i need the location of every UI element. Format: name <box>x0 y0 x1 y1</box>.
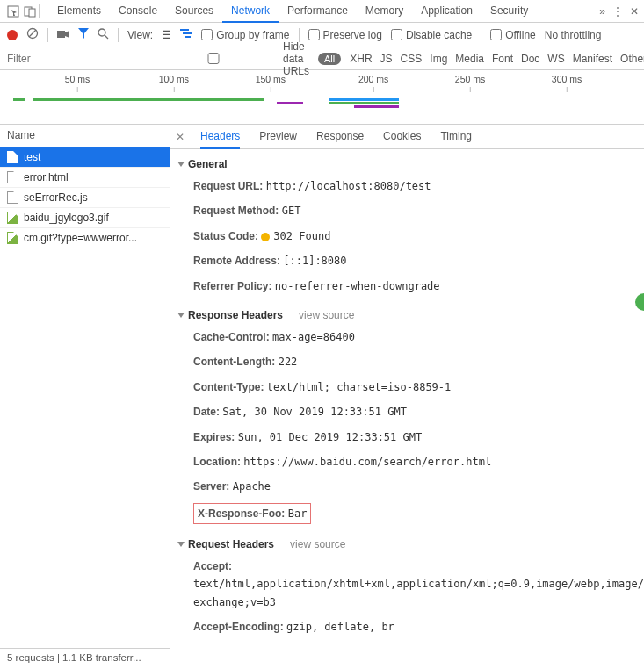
filter-type-css[interactable]: CSS <box>401 53 423 65</box>
preserve-log-checkbox[interactable]: Preserve log <box>308 29 382 41</box>
header-row: Server: Apache <box>177 474 644 499</box>
search-icon[interactable] <box>98 28 109 42</box>
tab-sources[interactable]: Sources <box>166 0 222 23</box>
header-row: Accept-Language: zh-CN,zh;q=0.9 <box>177 640 644 646</box>
svg-line-4 <box>29 30 36 37</box>
detail-tab-preview[interactable]: Preview <box>259 125 297 149</box>
header-row: Accept: text/html,application/xhtml+xml,… <box>177 554 644 615</box>
tab-console[interactable]: Console <box>110 0 166 23</box>
header-row: Request URL: http://localhost:8080/test <box>177 174 644 198</box>
header-row: Content-Length: 222 <box>177 349 644 374</box>
filter-type-font[interactable]: Font <box>492 53 513 65</box>
section-header-response[interactable]: Response Headersview source <box>177 306 644 325</box>
image-file-icon <box>7 212 18 224</box>
timeline[interactable]: 50 ms100 ms150 ms200 ms250 ms300 ms <box>0 70 644 125</box>
filter-type-img[interactable]: Img <box>430 53 447 65</box>
document-file-icon <box>7 191 18 204</box>
filter-type-ws[interactable]: WS <box>547 53 564 65</box>
tick: 50 ms <box>65 74 90 84</box>
timeline-bar <box>329 98 400 101</box>
filter-type-doc[interactable]: Doc <box>521 53 539 65</box>
close-icon[interactable]: ✕ <box>630 5 639 18</box>
tab-elements[interactable]: Elements <box>48 0 110 23</box>
filter-input[interactable] <box>7 53 139 65</box>
header-row: Request Method: GET <box>177 198 644 223</box>
header-row: Referrer Policy: no-referrer-when-downgr… <box>177 274 644 299</box>
camera-icon[interactable] <box>57 29 69 41</box>
tick: 300 ms <box>552 74 582 84</box>
request-row[interactable]: error.html <box>0 168 170 188</box>
name-column-header[interactable]: Name <box>0 125 170 147</box>
request-row[interactable]: test <box>0 147 170 168</box>
image-file-icon <box>7 232 18 244</box>
disable-cache-checkbox[interactable]: Disable cache <box>391 29 472 41</box>
svg-point-6 <box>98 29 105 36</box>
header-row: Remote Address: [::1]:8080 <box>177 248 644 273</box>
filter-type-js[interactable]: JS <box>380 53 393 65</box>
detail-tab-timing[interactable]: Timing <box>440 125 472 149</box>
request-row[interactable]: seErrorRec.js <box>0 188 170 208</box>
kebab-icon[interactable]: ⋮ <box>612 5 623 18</box>
close-details-icon[interactable]: ✕ <box>176 131 185 143</box>
document-file-icon <box>7 151 18 163</box>
tick: 150 ms <box>256 74 286 84</box>
group-by-frame-checkbox[interactable]: Group by frame <box>201 29 289 41</box>
request-row[interactable]: baidu_jgylogo3.gif <box>0 208 170 228</box>
document-file-icon <box>7 171 18 183</box>
filter-all[interactable]: All <box>318 53 341 65</box>
header-row: X-Response-Foo: Bar <box>177 500 644 528</box>
request-name: test <box>24 151 40 163</box>
chevron-down-icon <box>177 162 185 167</box>
tab-network[interactable]: Network <box>222 0 279 23</box>
section-title: General <box>188 158 228 170</box>
offline-checkbox[interactable]: Offline <box>490 29 535 41</box>
section-header-general[interactable]: General <box>177 155 644 174</box>
svg-rect-2 <box>29 9 35 17</box>
request-row[interactable]: cm.gif?type=wwwerror... <box>0 228 170 248</box>
timeline-bar <box>33 98 264 101</box>
detail-tab-cookies[interactable]: Cookies <box>383 125 421 149</box>
tick: 200 ms <box>358 74 388 84</box>
section-title: Request Headers <box>188 538 274 550</box>
detail-tab-headers[interactable]: Headers <box>200 125 240 149</box>
tab-application[interactable]: Application <box>412 0 481 23</box>
header-row: Cache-Control: max-age=86400 <box>177 325 644 349</box>
view-label: View: <box>127 29 153 41</box>
filter-type-other[interactable]: Other <box>620 53 644 65</box>
timeline-bar <box>13 98 26 101</box>
timeline-bar <box>354 105 399 108</box>
filter-type-manifest[interactable]: Manifest <box>573 53 612 65</box>
tab-security[interactable]: Security <box>481 0 537 23</box>
view-list-icon[interactable]: ☰ <box>162 29 171 41</box>
throttling-select[interactable]: No throttling <box>545 29 602 41</box>
request-name: seErrorRec.js <box>24 191 88 204</box>
header-row: Location: https://www.baidu.com/search/e… <box>177 450 644 474</box>
request-name: baidu_jgylogo3.gif <box>24 212 109 224</box>
tick: 250 ms <box>455 74 485 84</box>
request-name: cm.gif?type=wwwerror... <box>24 232 137 244</box>
section-header-request[interactable]: Request Headersview source <box>177 535 644 554</box>
tick: 100 ms <box>159 74 189 84</box>
view-source-link[interactable]: view source <box>290 538 345 550</box>
header-row: Expires: Sun, 01 Dec 2019 12:33:51 GMT <box>177 425 644 450</box>
record-icon[interactable] <box>7 30 18 40</box>
header-row: Date: Sat, 30 Nov 2019 12:33:51 GMT <box>177 399 644 424</box>
detail-tab-response[interactable]: Response <box>316 125 364 149</box>
view-source-link[interactable]: view source <box>299 309 354 321</box>
tab-performance[interactable]: Performance <box>279 0 357 23</box>
inspect-icon[interactable] <box>5 4 20 18</box>
svg-rect-5 <box>57 31 65 38</box>
chevron-down-icon <box>177 542 185 547</box>
chevron-down-icon <box>177 313 185 318</box>
clear-icon[interactable] <box>26 27 39 42</box>
filter-type-media[interactable]: Media <box>455 53 484 65</box>
main-tabs: ElementsConsoleSourcesNetworkPerformance… <box>48 0 597 23</box>
timeline-bar <box>277 102 302 104</box>
more-tabs-icon[interactable]: » <box>599 5 605 18</box>
device-icon[interactable] <box>22 4 37 18</box>
filter-type-xhr[interactable]: XHR <box>350 53 372 65</box>
tab-memory[interactable]: Memory <box>357 0 412 23</box>
request-name: error.html <box>24 171 69 183</box>
header-row: Content-Type: text/html; charset=iso-885… <box>177 375 644 399</box>
filter-icon[interactable] <box>78 28 89 41</box>
